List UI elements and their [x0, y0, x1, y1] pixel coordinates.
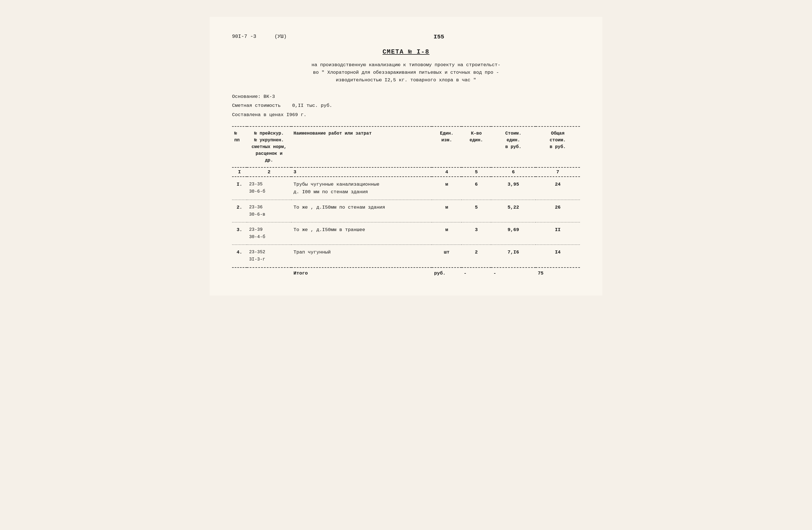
row3-qty: 3: [462, 222, 491, 245]
sostavlena: Составлена в ценах I969 г.: [232, 111, 580, 119]
itogo-unit-cost: -: [491, 267, 535, 279]
title-desc-line1: на производственную канализацию к типово…: [311, 62, 500, 68]
row3-total: II: [536, 222, 580, 245]
osnova: Основание: ВК-3: [232, 92, 580, 101]
col-num-7: 7: [536, 167, 580, 177]
page-number: I55: [298, 34, 580, 40]
smetnaya-value: 0,II тыс. руб.: [292, 103, 332, 108]
header-col4: Един. изм.: [432, 127, 462, 167]
row3-unit: м: [432, 222, 462, 245]
title-description: на производственную канализацию к типово…: [287, 61, 525, 84]
itogo-label: Итого: [291, 267, 432, 279]
itogo-code: [247, 267, 291, 279]
row4-num: 4.: [232, 245, 247, 267]
row4-qty: 2: [462, 245, 491, 267]
row4-unit: шт: [432, 245, 462, 267]
main-table-wrapper: № пп № прейскур. № укрупнен. сметных нор…: [232, 126, 580, 278]
row2-total: 26: [536, 200, 580, 222]
table-row: 4. 23-3523I-3-г Трап чугунный шт 2 7,I6 …: [232, 245, 580, 267]
column-numbers-row: I 2 3 4 5 6 7: [232, 167, 580, 177]
row4-name: Трап чугунный: [291, 245, 432, 267]
row2-qty: 5: [462, 200, 491, 222]
header-line: 90I-7 -3 (УШ) I55: [232, 34, 580, 40]
doc-number-left: 90I-7 -3 (УШ): [232, 34, 287, 39]
table-row: 2. 23-3630-6-в То же , д.I50мм по стенам…: [232, 200, 580, 222]
row1-qty: 6: [462, 177, 491, 200]
row3-num: 3.: [232, 222, 247, 245]
col-num-1: I: [232, 167, 247, 177]
row3-unit-cost: 9,69: [491, 222, 535, 245]
smetnaya: Сметная стоимость 0,II тыс. руб.: [232, 102, 580, 110]
itogo-row: Итого руб. - - 75: [232, 267, 580, 279]
row2-name: То же , д.I50мм по стенам здания: [291, 200, 432, 222]
row1-name: Трубы чугунные канализационныед. I00 мм …: [291, 177, 432, 200]
column-header-row: № пп № прейскур. № укрупнен. сметных нор…: [232, 127, 580, 167]
header-col1: № пп: [232, 127, 247, 167]
itogo-total: 75: [536, 267, 580, 279]
page-container: 90I-7 -3 (УШ) I55 СМЕТА № I-8 на произво…: [209, 17, 603, 296]
row4-unit-cost: 7,I6: [491, 245, 535, 267]
col-num-4: 4: [432, 167, 462, 177]
header-col5: К-во един.: [462, 127, 491, 167]
header-col6: Стоим. един. в руб.: [491, 127, 535, 167]
row4-total: I4: [536, 245, 580, 267]
row1-unit: м: [432, 177, 462, 200]
row3-name: То же , д.I50мм в траншее: [291, 222, 432, 245]
title-desc-line3: изводительностью I2,5 кг. товарного хлор…: [336, 77, 476, 83]
col-num-5: 5: [462, 167, 491, 177]
itogo-unit: руб.: [432, 267, 462, 279]
row2-num: 2.: [232, 200, 247, 222]
document-title: СМЕТА № I-8: [232, 48, 580, 56]
main-table: № пп № прейскур. № укрупнен. сметных нор…: [232, 126, 580, 278]
title-desc-line2: во " Хлораторной для обеззараживания пит…: [313, 70, 499, 75]
row3-code: 23-3930-4-б: [247, 222, 291, 245]
doc-id: 90I-7 -3: [232, 34, 256, 39]
col-num-3: 3: [291, 167, 432, 177]
header-col3: Наименование работ или затрат: [291, 127, 432, 167]
doc-type: (УШ): [274, 34, 287, 39]
row2-unit: м: [432, 200, 462, 222]
header-col7: Общая стоим. в руб.: [536, 127, 580, 167]
table-row: 3. 23-3930-4-б То же , д.I50мм в траншее…: [232, 222, 580, 245]
row1-num: I.: [232, 177, 247, 200]
row2-unit-cost: 5,22: [491, 200, 535, 222]
smetnaya-label: Сметная стоимость: [232, 103, 280, 108]
table-row: I. 23-3530-6-б Трубы чугунные канализаци…: [232, 177, 580, 200]
meta-section: Основание: ВК-3 Сметная стоимость 0,II т…: [232, 92, 580, 119]
col-num-2: 2: [247, 167, 291, 177]
row1-unit-cost: 3,95: [491, 177, 535, 200]
itogo-num: [232, 267, 247, 279]
row1-total: 24: [536, 177, 580, 200]
header-col2: № прейскур. № укрупнен. сметных норм, ра…: [247, 127, 291, 167]
row2-code: 23-3630-6-в: [247, 200, 291, 222]
col-num-6: 6: [491, 167, 535, 177]
row1-code: 23-3530-6-б: [247, 177, 291, 200]
row4-code: 23-3523I-3-г: [247, 245, 291, 267]
itogo-qty: -: [462, 267, 491, 279]
title-section: СМЕТА № I-8 на производственную канализа…: [232, 48, 580, 84]
